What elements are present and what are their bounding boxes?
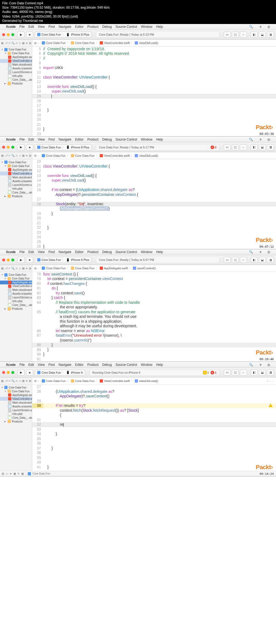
code-line[interactable]: 84 // Replace this implementation with c… [32, 300, 276, 305]
toggle-navigator[interactable]: ◧ [251, 370, 258, 376]
code-line[interactable]: 34 } [32, 432, 276, 437]
code-line[interactable]: 80 if context.hasChanges { [32, 281, 276, 286]
code-line[interactable]: 20 [32, 216, 276, 221]
back-button[interactable]: ‹ [38, 41, 39, 45]
folder-item[interactable]: ▼Core Data Fun [0, 277, 32, 281]
code-line[interactable]: 10 [32, 159, 276, 164]
menu-item[interactable]: Help [156, 25, 163, 29]
code-line[interactable]: 19 [32, 113, 276, 118]
notification-center-icon[interactable]: ≡ [260, 25, 261, 29]
app-name[interactable]: Xcode [6, 25, 16, 29]
menu-item[interactable]: Debug [102, 250, 112, 254]
debug-nav-icon[interactable]: ▦ [22, 42, 25, 45]
toggle-debug[interactable]: ⬓ [259, 370, 266, 376]
zoom-window[interactable] [11, 146, 14, 149]
find-nav-icon[interactable]: 🔍 [11, 267, 14, 270]
breadcrumb-item[interactable]: ViewController.swift [104, 379, 130, 383]
scheme-selector[interactable]: Core Data Fun〉📱iPhone 8 Plus [35, 257, 92, 263]
code-line[interactable]: 37 } [32, 446, 276, 451]
test-nav-icon[interactable]: ◇ [19, 42, 21, 45]
siri-icon[interactable]: ◎ [267, 250, 270, 254]
code-line[interactable]: 78func saveContext () { [32, 272, 276, 277]
menu-item[interactable]: Help [156, 250, 163, 254]
menu-item[interactable]: File [19, 138, 25, 141]
notification-center-icon[interactable]: ≡ [260, 250, 261, 254]
source-control-nav-icon[interactable]: ⎇ [5, 154, 8, 157]
forward-button[interactable]: › [40, 41, 41, 45]
code-line[interactable]: 23 [32, 132, 276, 137]
step-icon[interactable]: ↻ [18, 472, 20, 475]
project-nav-icon[interactable]: ▦ [1, 42, 4, 45]
code-line[interactable]: 11class ViewController: UIViewController… [32, 164, 276, 169]
code-line[interactable]: 17 [32, 197, 276, 202]
file-item[interactable]: Info.plist [0, 74, 32, 78]
menu-item[interactable]: Product [87, 25, 98, 29]
toggle-navigator[interactable]: ◧ [251, 144, 258, 150]
code-line[interactable]: 22 } [32, 225, 276, 230]
breadcrumb-item[interactable]: Core Data Fun [46, 379, 65, 383]
code-line[interactable]: 39 [32, 455, 276, 460]
code-line[interactable]: 29 [32, 399, 276, 404]
menu-item[interactable]: Debug [102, 363, 112, 367]
editor-mode-assistant[interactable]: ◫ [232, 144, 239, 150]
project-root[interactable]: ▼Core Data Fun [0, 273, 32, 277]
breadcrumb-item[interactable]: ViewController.swift [104, 154, 130, 157]
file-item[interactable]: AppDelegate.swift [0, 393, 32, 397]
code-line[interactable]: 28 (UIApplication.shared.delegate as? [32, 389, 276, 394]
folder-item[interactable]: ▼Core Data Fun [0, 164, 32, 168]
menu-item[interactable]: Help [156, 363, 163, 367]
toggle-inspector[interactable]: ◨ [267, 257, 274, 263]
source-control-nav-icon[interactable]: ⎇ [5, 379, 8, 382]
view-icon[interactable]: ▦ [21, 472, 24, 475]
menu-item[interactable]: File [19, 363, 25, 367]
breakpoint-nav-icon[interactable]: ➤ [26, 154, 28, 157]
toggle-debug[interactable]: ⬓ [259, 257, 266, 263]
issue-nav-icon[interactable]: ⚠ [15, 267, 18, 270]
file-item[interactable]: Core_Data_...atamodeldM [0, 416, 32, 420]
zoom-window[interactable] [11, 33, 14, 36]
code-line[interactable]: 13 override func viewDidLoad() { [32, 173, 276, 178]
code-line[interactable]: 88 } [32, 343, 276, 347]
menu-item[interactable]: Find [49, 138, 55, 141]
editor-mode-version[interactable]: ↔ [240, 370, 247, 376]
breadcrumb-item[interactable]: Core Data Fun [75, 41, 95, 45]
forward-button[interactable]: › [40, 267, 41, 270]
back-button[interactable]: ‹ [38, 379, 39, 383]
file-item[interactable]: Assets.xcassets [0, 292, 32, 296]
file-item[interactable]: Core_Data_...atamodeldM [0, 303, 32, 307]
minimize-window[interactable] [7, 258, 10, 261]
toggle-inspector[interactable]: ◨ [267, 144, 274, 150]
close-window[interactable] [2, 371, 5, 374]
code-line[interactable]: 16 [32, 98, 276, 103]
code-line[interactable]: 10 [32, 70, 276, 75]
menu-item[interactable]: Find [49, 250, 55, 254]
editor-mode-standard[interactable]: ▭ [224, 144, 231, 150]
menu-item[interactable]: Find [49, 363, 55, 367]
menu-item[interactable]: Navigate [58, 138, 71, 141]
issue-nav-icon[interactable]: ⚠ [15, 379, 18, 382]
menu-item[interactable]: Product [87, 363, 98, 367]
run-button[interactable]: ▶ [18, 32, 25, 38]
code-line[interactable]: 87 fatalError("Unresolved error \(nserro… [32, 333, 276, 338]
symbol-nav-icon[interactable]: ≡ [9, 267, 10, 270]
project-nav-icon[interactable]: ▦ [1, 154, 4, 157]
menu-item[interactable]: Navigate [58, 25, 71, 29]
debug-nav-icon[interactable]: ▦ [22, 379, 25, 382]
project-nav-icon[interactable]: ▦ [1, 267, 4, 270]
project-root[interactable]: ▼Core Data Fun [0, 160, 32, 164]
breadcrumb-item[interactable]: Core Data Fun [46, 154, 65, 157]
symbol-nav-icon[interactable]: ≡ [9, 42, 10, 45]
scheme-selector[interactable]: Core Data Fun〉📱iPhone 8 Plus [35, 32, 92, 38]
code-line[interactable]: 41 } [32, 465, 276, 470]
file-item[interactable]: Main.storyboard [0, 288, 32, 292]
code-line[interactable]: 23 [32, 230, 276, 235]
code-line[interactable]: 14 super.viewDidLoad() [32, 178, 276, 183]
code-line[interactable]: although it may be useful during develop… [32, 324, 276, 329]
debug-nav-icon[interactable]: ▦ [22, 267, 25, 270]
project-root[interactable]: ▼Core Data Fun [0, 386, 32, 389]
file-item[interactable]: Info.plist [0, 187, 32, 190]
file-item[interactable]: LaunchScreen.storyboard [0, 408, 32, 412]
editor-mode-version[interactable]: ↔ [240, 144, 247, 150]
code-line[interactable]: 35 [32, 437, 276, 441]
editor-mode-assistant[interactable]: ◫ [232, 32, 239, 38]
